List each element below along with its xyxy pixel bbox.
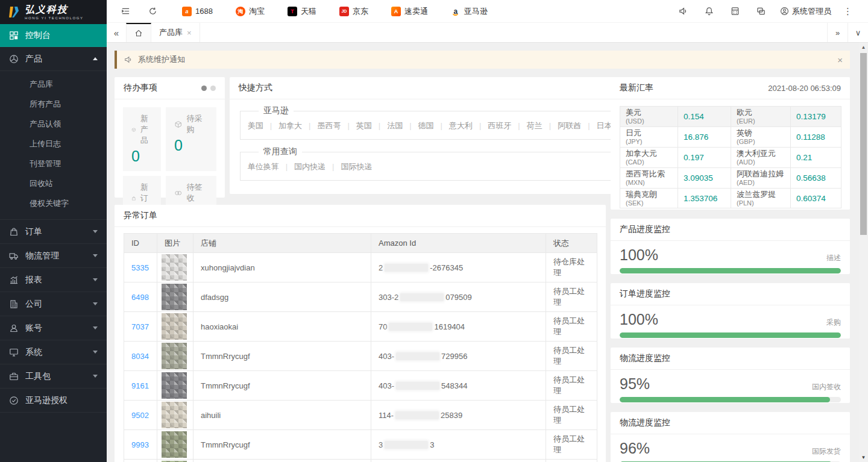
status-text: 待员工处理 — [553, 346, 585, 366]
sidebar-subitem-all-products[interactable]: 所有产品 — [0, 94, 107, 114]
main-content: 系统维护通知 × 待办事项 — [107, 43, 859, 462]
shortcut-link-uk[interactable]: 英国 — [341, 121, 371, 130]
shortcut-link-ca[interactable]: 加拿大 — [263, 121, 302, 130]
order-id-link[interactable]: 5335 — [131, 263, 149, 272]
calculator-icon[interactable] — [722, 4, 748, 18]
scrollbar-up-arrow[interactable]: ▲ — [859, 43, 868, 52]
sidebar-item-label: 控制台 — [25, 30, 51, 41]
shortcut-link-unit-conversion[interactable]: 单位换算 — [248, 162, 279, 171]
shortcut-link-domestic-express[interactable]: 国内快递 — [279, 162, 326, 171]
shortcut-link-es[interactable]: 西班牙 — [473, 121, 511, 130]
more-options-icon[interactable]: ⋮ — [837, 6, 858, 17]
rate-row: 瑞典克朗(SEK) 1.353706 波兰兹罗提(PLN) 0.60374 — [620, 188, 841, 208]
briefcase-icon — [9, 372, 19, 381]
order-id-link[interactable]: 8034 — [131, 352, 149, 361]
stat-pending-purchase[interactable]: 待采购 0 — [166, 107, 216, 171]
announcement-icon[interactable] — [670, 4, 696, 18]
rates-table: 美元(USD) 0.154 欧元(EUR) 0.13179 日元(JPY) 16… — [620, 106, 841, 208]
sidebar-item-logistics[interactable]: 物流管理 — [0, 244, 107, 268]
sidebar-item-label: 订单 — [25, 226, 42, 237]
notice-close-icon[interactable]: × — [837, 55, 843, 65]
sidebar-item-orders[interactable]: 订单 — [0, 220, 107, 244]
col-shop: 店铺 — [193, 234, 371, 253]
progress-label: 描述 — [826, 253, 841, 263]
order-id-link[interactable]: 9502 — [131, 411, 149, 420]
box-icon — [131, 125, 136, 134]
status-text: 待员工处理 — [553, 316, 585, 336]
theme-skin-icon[interactable] — [748, 4, 774, 18]
order-id-link[interactable]: 7037 — [131, 322, 149, 331]
tabs-scroll-right[interactable]: » — [827, 23, 848, 42]
sidebar-item-company[interactable]: 公司 — [0, 292, 107, 316]
shortcut-link-de[interactable]: 德国 — [403, 121, 433, 130]
order-id-link[interactable]: 9161 — [131, 381, 149, 390]
sidebar-subitem-recycle-bin[interactable]: 回收站 — [0, 173, 107, 193]
dashboard-icon — [9, 31, 19, 40]
carousel-dot-1[interactable] — [201, 86, 207, 91]
progress-label: 采购 — [826, 317, 841, 328]
col-amazon-id: Amazon Id — [371, 234, 546, 253]
tab-product-library[interactable]: 产品库 × — [151, 23, 200, 42]
product-thumbnail — [162, 343, 187, 369]
collapse-sidebar-icon[interactable] — [116, 4, 135, 18]
sidebar-item-product[interactable]: 产品 — [0, 47, 107, 71]
shortcut-link-it[interactable]: 意大利 — [434, 121, 473, 130]
jd-icon: JD — [339, 7, 349, 16]
marketplace-link-1688[interactable]: a 1688 — [182, 7, 213, 16]
product-submenu: 产品库 所有产品 产品认领 上传日志 刊登管理 回收站 侵权关键字 — [0, 71, 107, 220]
sidebar-subitem-product-claim[interactable]: 产品认领 — [0, 114, 107, 134]
package-icon — [9, 54, 19, 64]
shortcut-link-fr[interactable]: 法国 — [372, 121, 403, 130]
sidebar-subitem-infringing-keywords[interactable]: 侵权关键字 — [0, 193, 107, 213]
sidebar-subitem-product-library[interactable]: 产品库 — [0, 74, 107, 94]
logistics-progress-card-intl: 物流进度监控 96% 国际发货 — [611, 412, 850, 462]
vertical-scrollbar[interactable]: ▲ ▼ — [859, 43, 868, 462]
shortcut-link-mx[interactable]: 墨西哥 — [302, 121, 341, 130]
order-id-link[interactable]: 6498 — [131, 293, 149, 302]
sidebar-item-accounts[interactable]: 账号 — [0, 316, 107, 340]
sidebar-item-reports[interactable]: 报表 — [0, 268, 107, 292]
carousel-dots — [201, 86, 216, 91]
rate-value: 3.09035 — [678, 167, 731, 188]
handshake-icon — [174, 189, 183, 198]
shortcut-link-jp[interactable]: 日本 — [581, 121, 612, 130]
status-text: 待员工处理 — [553, 405, 585, 425]
user-menu[interactable]: 系统管理员 — [780, 6, 831, 17]
sidebar-item-toolkit[interactable]: 工具包 — [0, 364, 107, 389]
tabs-scroll-left[interactable]: « — [107, 23, 126, 42]
orders-header-row: ID 图片 店铺 Amazon Id 状态 — [124, 234, 597, 253]
stat-new-products[interactable]: 新产品 0 — [123, 107, 161, 171]
tab-close-icon[interactable]: × — [187, 28, 192, 37]
shortcut-link-nl[interactable]: 荷兰 — [511, 121, 542, 130]
sidebar-item-label: 亚马逊授权 — [25, 395, 68, 406]
shortcut-link-ae[interactable]: 阿联酋 — [542, 121, 581, 130]
shortcut-link-intl-express[interactable]: 国际快递 — [326, 162, 372, 171]
system-notice-banner: 系统维护通知 × — [115, 51, 850, 69]
shop-name: haoxiaokai — [201, 322, 238, 331]
tabs-menu-caret[interactable]: ∨ — [848, 23, 868, 42]
scrollbar-thumb[interactable] — [860, 53, 867, 235]
scrollbar-down-arrow[interactable]: ▼ — [859, 453, 868, 462]
carousel-dot-2[interactable] — [210, 86, 216, 91]
sidebar-item-dashboard[interactable]: 控制台 — [0, 24, 107, 47]
shop-name: TmmnRrycugf — [201, 352, 250, 361]
rate-value: 16.876 — [678, 126, 731, 147]
sidebar-item-system[interactable]: 系统 — [0, 340, 107, 364]
bell-icon[interactable] — [696, 4, 722, 18]
horn-icon — [124, 55, 133, 64]
tab-home[interactable] — [126, 23, 151, 42]
marketplace-link-amazon[interactable]: a 亚马逊 — [451, 6, 488, 17]
marketplace-link-taobao[interactable]: 淘 淘宝 — [236, 6, 265, 17]
sidebar-subitem-upload-log[interactable]: 上传日志 — [0, 134, 107, 154]
marketplace-link-aliexpress[interactable]: A 速卖通 — [391, 6, 428, 17]
progress-percent: 95% — [620, 375, 650, 393]
amazon-shortcut-group: 亚马逊 美国加拿大墨西哥英国法国德国意大利西班牙荷兰阿联酋日本巴西 — [240, 105, 651, 140]
marketplace-link-tmall[interactable]: T 天猫 — [288, 6, 316, 17]
marketplace-link-jd[interactable]: JD 京东 — [339, 6, 368, 17]
rate-row: 日元(JPY) 16.876 英镑(GBP) 0.11288 — [620, 126, 841, 147]
sidebar-subitem-listing-mgmt[interactable]: 刊登管理 — [0, 154, 107, 173]
refresh-icon[interactable] — [143, 4, 162, 18]
shortcut-link-us[interactable]: 美国 — [248, 121, 263, 130]
order-id-link[interactable]: 9993 — [131, 440, 149, 449]
sidebar-item-amazon-auth[interactable]: 亚马逊授权 — [0, 389, 107, 413]
